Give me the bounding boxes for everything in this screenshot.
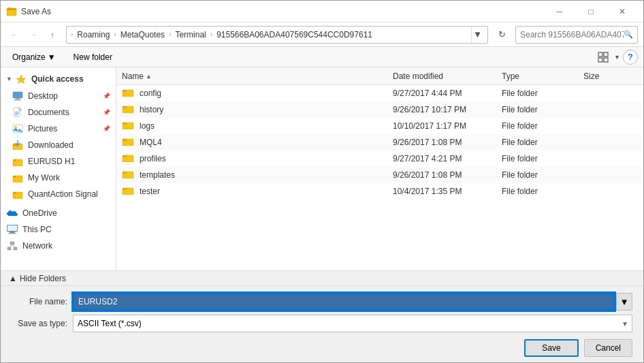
sidebar-item-desktop[interactable]: Desktop 📌 [6, 88, 116, 104]
filename-dropdown-button[interactable]: ▼ [616, 293, 632, 311]
back-button[interactable]: ← [6, 27, 22, 43]
sidebar-thispc-label: This PC [22, 225, 110, 234]
sidebar-onedrive-label: OneDrive [22, 208, 110, 218]
savetype-select[interactable]: ASCII Text (*.csv) [73, 315, 632, 332]
path-metaquotes[interactable]: MetaQuotes [118, 29, 167, 41]
file-date: 9/26/2017 1:08 PM [393, 170, 502, 180]
refresh-button[interactable]: ↻ [494, 27, 510, 43]
sidebar-item-network[interactable]: Network [1, 238, 116, 254]
view-dropdown-icon: ▼ [614, 54, 620, 61]
column-name[interactable]: Name ▲ [122, 72, 393, 81]
eurusd-folder-icon [12, 155, 24, 168]
minimize-button[interactable]: ─ [544, 1, 575, 22]
new-folder-button[interactable]: New folder [67, 50, 118, 65]
table-row[interactable]: MQL4 9/26/2017 1:08 PM File folder [116, 134, 643, 151]
hide-folders-button[interactable]: ▲ Hide Folders [9, 274, 66, 283]
file-name: templates [140, 170, 393, 180]
file-list: Name ▲ Date modified Type Size config 9/… [116, 67, 643, 270]
quick-access-arrow: ▼ [6, 76, 12, 82]
hide-folders-bar: ▲ Hide Folders [1, 270, 643, 285]
view-icon [598, 52, 609, 63]
file-date: 9/27/2017 4:21 PM [393, 154, 502, 163]
table-row[interactable]: tester 10/4/2017 1:35 PM File folder [116, 183, 643, 200]
file-name: logs [140, 121, 393, 131]
table-row[interactable]: logs 10/10/2017 1:17 PM File folder [116, 118, 643, 134]
file-type: File folder [502, 121, 583, 131]
view-toggle-button[interactable] [595, 50, 611, 65]
sidebar-item-mywork[interactable]: My Work [6, 170, 116, 186]
sidebar-item-thispc[interactable]: This PC [1, 221, 116, 238]
forward-button[interactable]: → [25, 27, 42, 43]
hide-folders-arrow: ▲ [9, 274, 17, 283]
quick-access-header[interactable]: ▼ Quick access [1, 70, 116, 88]
file-type: File folder [502, 170, 583, 180]
sidebar-item-quantaction[interactable]: QuantAction Signal [6, 186, 116, 202]
svg-rect-5 [598, 58, 602, 62]
file-type: File folder [502, 89, 583, 98]
column-size[interactable]: Size [583, 72, 638, 81]
cancel-button[interactable]: Cancel [584, 339, 632, 357]
maximize-button[interactable]: □ [575, 1, 607, 22]
up-button[interactable]: ↑ [44, 27, 61, 43]
sidebar-eurusd-label: EURUSD H1 [28, 157, 110, 166]
file-type: File folder [502, 138, 583, 147]
address-toolbar: ← → ↑ › Roaming › MetaQuotes › Terminal … [1, 22, 643, 47]
path-hash[interactable]: 915566BA06ADA407569C544CC0D97611 [214, 29, 375, 41]
column-date[interactable]: Date modified [393, 72, 502, 81]
organize-toolbar: Organize ▼ New folder ▼ ? [1, 47, 643, 67]
sort-arrow: ▲ [146, 73, 152, 80]
address-dropdown-button[interactable]: ▼ [471, 27, 483, 43]
folder-icon [122, 87, 134, 99]
sidebar-item-documents[interactable]: Documents 📌 [6, 104, 116, 121]
path-roaming[interactable]: Roaming [74, 29, 112, 41]
downloaded-icon [12, 139, 24, 151]
column-type[interactable]: Type [502, 72, 583, 81]
svg-marker-7 [16, 75, 26, 84]
sidebar-mywork-label: My Work [28, 173, 110, 183]
close-button[interactable]: ✕ [607, 1, 638, 22]
search-input[interactable] [520, 30, 624, 40]
svg-line-33 [12, 244, 16, 247]
quick-access-icon [15, 73, 27, 85]
folder-icon [122, 120, 134, 132]
savetype-wrapper: ASCII Text (*.csv) ▼ [73, 315, 632, 332]
table-row[interactable]: profiles 9/27/2017 4:21 PM File folder [116, 151, 643, 167]
help-button[interactable]: ? [623, 50, 638, 65]
table-row[interactable]: templates 9/26/2017 1:08 PM File folder [116, 167, 643, 183]
pin-icon-desktop: 📌 [103, 93, 110, 99]
save-button[interactable]: Save [524, 339, 578, 357]
sidebar-documents-label: Documents [28, 108, 101, 117]
file-date: 9/26/2017 1:08 PM [393, 138, 502, 147]
title-bar-icon [6, 6, 17, 17]
file-date: 9/26/2017 10:17 PM [393, 105, 502, 114]
file-type: File folder [502, 105, 583, 114]
file-date: 10/4/2017 1:35 PM [393, 187, 502, 196]
path-terminal[interactable]: Terminal [172, 29, 208, 41]
quick-access-label: Quick access [31, 74, 84, 84]
main-content: ▼ Quick access [1, 67, 643, 270]
svg-rect-24 [13, 192, 16, 194]
sidebar-item-eurusd[interactable]: EURUSD H1 [6, 153, 116, 170]
filename-input[interactable] [73, 293, 615, 311]
svg-rect-22 [13, 176, 16, 178]
filename-row: File name: ▼ [12, 293, 632, 311]
folder-icon [122, 136, 134, 148]
svg-rect-41 [123, 139, 127, 141]
savetype-row: Save as type: ASCII Text (*.csv) ▼ [12, 315, 632, 332]
svg-rect-3 [598, 52, 602, 57]
sidebar-item-onedrive[interactable]: OneDrive [1, 205, 116, 221]
table-row[interactable]: history 9/26/2017 10:17 PM File folder [116, 101, 643, 118]
organize-button[interactable]: Organize ▼ [6, 50, 62, 65]
quantaction-folder-icon [12, 188, 24, 200]
sidebar-desktop-label: Desktop [28, 91, 101, 101]
svg-rect-39 [123, 123, 127, 125]
address-bar: › Roaming › MetaQuotes › Terminal › 9155… [66, 26, 488, 44]
svg-rect-35 [123, 90, 127, 92]
file-date: 9/27/2017 4:44 PM [393, 89, 502, 98]
pin-icon-documents: 📌 [103, 109, 110, 116]
sidebar-network-label: Network [22, 241, 110, 251]
sidebar-item-pictures[interactable]: Pictures 📌 [6, 121, 116, 137]
title-bar: Save As ─ □ ✕ [1, 1, 643, 22]
table-row[interactable]: config 9/27/2017 4:44 PM File folder [116, 85, 643, 101]
sidebar-item-downloaded[interactable]: Downloaded [6, 137, 116, 153]
